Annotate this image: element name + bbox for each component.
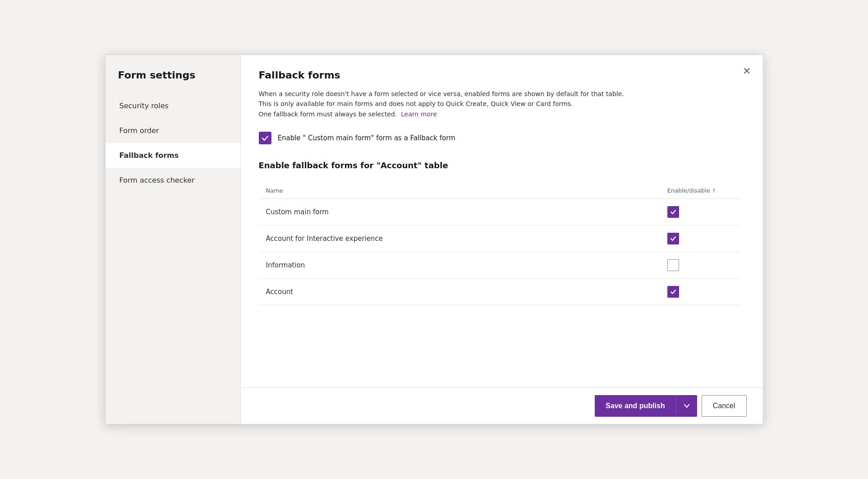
save-publish-button[interactable]: Save and publish xyxy=(595,395,697,417)
chevron-down-icon xyxy=(684,403,690,409)
row-checkbox-1[interactable] xyxy=(667,233,679,244)
close-button[interactable]: ✕ xyxy=(739,63,755,79)
content-scroll[interactable]: Fallback forms When a security role does… xyxy=(241,55,763,387)
close-icon: ✕ xyxy=(743,65,751,77)
check-icon-1 xyxy=(670,235,676,242)
description-line3: One fallback form must always be selecte… xyxy=(259,111,397,118)
save-publish-chevron[interactable] xyxy=(676,395,697,417)
check-icon-0 xyxy=(670,209,676,215)
row-enable xyxy=(660,252,741,279)
row-checkbox-0[interactable] xyxy=(667,206,679,218)
description-line2: This is only available for main forms an… xyxy=(259,100,573,107)
cancel-button[interactable]: Cancel xyxy=(702,395,747,417)
description: When a security role doesn't have a form… xyxy=(259,89,732,119)
learn-more-link[interactable]: Learn more xyxy=(401,111,437,118)
col-header-enable[interactable]: Enable/disable ↑ xyxy=(660,183,741,199)
check-icon-3 xyxy=(670,289,676,295)
checkbox-cell-2 xyxy=(667,259,734,271)
modal-container: Form settings Security roles Form order … xyxy=(105,55,763,424)
row-checkbox-3[interactable] xyxy=(667,286,679,298)
row-checkbox-2[interactable] xyxy=(667,259,679,271)
modal-body: Form settings Security roles Form order … xyxy=(106,55,763,424)
sort-icon: ↑ xyxy=(712,188,716,194)
table-section-title: Enable fallback forms for "Account" tabl… xyxy=(259,161,741,170)
table-row: Account for Interactive experience xyxy=(259,226,741,252)
sidebar-title: Form settings xyxy=(106,55,240,93)
row-enable xyxy=(660,199,741,226)
checkbox-cell-0 xyxy=(667,206,734,218)
row-enable xyxy=(660,226,741,252)
fallback-checkbox-label: Enable " Custom main form" form as a Fal… xyxy=(278,134,455,142)
fallback-checkbox[interactable] xyxy=(259,132,271,144)
table-row: Account xyxy=(259,279,741,305)
main-content: ✕ Fallback forms When a security role do… xyxy=(241,55,763,424)
row-enable xyxy=(660,279,741,305)
fallback-checkbox-row: Enable " Custom main form" form as a Fal… xyxy=(259,132,741,144)
description-line1: When a security role doesn't have a form… xyxy=(259,90,624,97)
section-title: Fallback forms xyxy=(259,69,741,81)
sidebar-item-fallback-forms[interactable]: Fallback forms xyxy=(106,143,240,168)
sidebar-item-form-access-checker[interactable]: Form access checker xyxy=(106,168,240,193)
row-name: Custom main form xyxy=(259,199,660,226)
table-row: Custom main form xyxy=(259,199,741,226)
sidebar: Form settings Security roles Form order … xyxy=(106,55,241,424)
modal-footer: Save and publish Cancel xyxy=(241,387,763,424)
form-table: Name Enable/disable ↑ Custom main form xyxy=(259,183,741,305)
checkbox-cell-1 xyxy=(667,233,734,244)
checkbox-cell-3 xyxy=(667,286,734,298)
sidebar-nav: Security roles Form order Fallback forms… xyxy=(106,93,240,193)
save-publish-label[interactable]: Save and publish xyxy=(595,395,676,417)
row-name: Account for Interactive experience xyxy=(259,226,660,252)
col-header-name: Name xyxy=(259,183,660,199)
row-name: Account xyxy=(259,279,660,305)
sidebar-item-security-roles[interactable]: Security roles xyxy=(106,93,240,118)
table-row: Information xyxy=(259,252,741,279)
sidebar-item-form-order[interactable]: Form order xyxy=(106,118,240,143)
row-name: Information xyxy=(259,252,660,279)
check-icon xyxy=(262,134,269,142)
